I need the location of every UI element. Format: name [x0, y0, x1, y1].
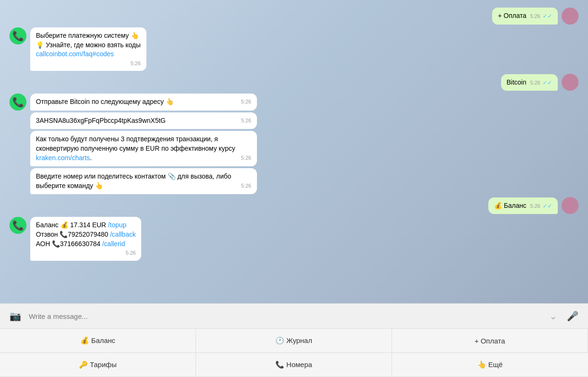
- user-avatar: [562, 8, 579, 25]
- message-time: 5:26: [241, 154, 251, 162]
- user-avatar: [562, 74, 579, 91]
- message-text: Выберите платежную систему 👆: [36, 31, 141, 41]
- balance-line3: АОН 📞37166630784 /callerid: [36, 240, 136, 249]
- bot-avatar: 📞: [9, 27, 26, 44]
- bubble-incoming: Баланс 💰 17.314 EUR /topup Отзвон 📞79252…: [30, 217, 141, 260]
- input-bar: 📷 ⌄ 🎤: [0, 303, 588, 328]
- numbers-btn-label: 📞 Номера: [275, 360, 312, 368]
- payment-keyboard-btn[interactable]: + Оплата: [392, 329, 588, 353]
- callback-link[interactable]: /callback: [110, 231, 136, 238]
- message-row: 💰 Баланс 5:26 ✓✓: [9, 197, 579, 214]
- bubble-incoming: Отправьте Bitcoin по следующему адресу 👆…: [30, 94, 257, 111]
- message-time: 5:26: [126, 249, 136, 257]
- tariffs-btn-label: 🔑 Тарифы: [79, 360, 117, 368]
- message-text: Как только будут получены 3 подтверждени…: [36, 135, 235, 152]
- message-time: 5:26: [241, 182, 251, 189]
- tariffs-keyboard-btn[interactable]: 🔑 Тарифы: [0, 353, 196, 377]
- message-input[interactable]: [29, 312, 542, 320]
- message-text: + Оплата: [498, 12, 526, 19]
- message-text: Отправьте Bitcoin по следующему адресу 👆: [36, 98, 174, 105]
- journal-btn-label: 🕐 Журнал: [275, 336, 312, 344]
- message-time: 5:26 ✓✓: [530, 202, 552, 210]
- message-text: Отзвон 📞79252079480: [36, 231, 110, 238]
- message-text: Баланс 💰 17.314 EUR: [36, 221, 108, 229]
- read-check-icon: ✓✓: [543, 13, 552, 19]
- message-link[interactable]: kraken.com/charts: [36, 154, 90, 162]
- camera-button[interactable]: 📷: [8, 308, 23, 324]
- message-text: Введите номер или поделитесь контактом 📎…: [36, 172, 231, 189]
- bubble-outgoing: + Оплата 5:26 ✓✓: [492, 8, 558, 25]
- journal-keyboard-btn[interactable]: 🕐 Журнал: [196, 329, 392, 353]
- incoming-bubble-group: Отправьте Bitcoin по следующему адресу 👆…: [30, 94, 257, 194]
- message-text: Bitcoin: [507, 78, 527, 86]
- balance-line1: Баланс 💰 17.314 EUR /topup: [36, 221, 136, 230]
- message-text: 💰 Баланс: [494, 202, 527, 209]
- message-time: 5:26: [241, 98, 251, 105]
- message-link[interactable]: callcoinbot.com/faq#codes: [36, 50, 141, 59]
- bubble-incoming: 3AHSNA8u36xgFpFqPbccp4tpKas9wnX5tG 5:26: [30, 112, 257, 129]
- callerid-link[interactable]: /callerid: [102, 240, 125, 248]
- bubble-incoming: Введите номер или поделитесь контактом 📎…: [30, 168, 257, 194]
- keyboard-grid: 💰 Баланс 🕐 Журнал + Оплата 🔑 Тарифы 📞 Но…: [0, 328, 588, 377]
- more-btn-label: 👆 Ещё: [477, 360, 503, 368]
- bubble-outgoing: 💰 Баланс 5:26 ✓✓: [488, 197, 558, 214]
- bot-avatar: 📞: [9, 94, 26, 111]
- bot-avatar: 📞: [9, 217, 26, 234]
- chat-area: + Оплата 5:26 ✓✓ 📞 Выберите платежную си…: [0, 0, 588, 303]
- message-time: 5:26 ✓✓: [530, 79, 552, 87]
- message-text: .: [90, 154, 92, 162]
- message-time: 5:26 ✓✓: [530, 12, 552, 20]
- bubble-incoming: Выберите платежную систему 👆 💡 Узнайте, …: [30, 27, 146, 71]
- message-text: АОН 📞37166630784: [36, 240, 102, 248]
- read-check-icon: ✓✓: [543, 79, 552, 86]
- message-row: 📞 Выберите платежную систему 👆 💡 Узнайте…: [9, 27, 579, 71]
- message-row: Bitcoin 5:26 ✓✓: [9, 74, 579, 91]
- message-row: 📞 Отправьте Bitcoin по следующему адресу…: [9, 94, 579, 194]
- message-row: 📞 Баланс 💰 17.314 EUR /topup Отзвон 📞792…: [9, 217, 579, 260]
- message-time: 5:26: [130, 60, 140, 67]
- more-keyboard-btn[interactable]: 👆 Ещё: [392, 353, 588, 377]
- microphone-button[interactable]: 🎤: [565, 308, 580, 324]
- balance-line2: Отзвон 📞79252079480 /callback: [36, 230, 136, 240]
- message-time: 5:26: [241, 117, 251, 124]
- balance-btn-label: 💰 Баланс: [80, 336, 115, 344]
- balance-keyboard-btn[interactable]: 💰 Баланс: [0, 329, 196, 353]
- payment-btn-label: + Оплата: [475, 337, 505, 345]
- bubble-outgoing: Bitcoin 5:26 ✓✓: [501, 74, 558, 91]
- chevron-down-button[interactable]: ⌄: [547, 308, 559, 324]
- bubble-incoming: Как только будут получены 3 подтверждени…: [30, 131, 257, 166]
- topup-link[interactable]: /topup: [108, 221, 127, 229]
- user-avatar: [562, 197, 579, 214]
- message-text: 3AHSNA8u36xgFpFqPbccp4tpKas9wnX5tG: [36, 117, 166, 124]
- numbers-keyboard-btn[interactable]: 📞 Номера: [196, 353, 392, 377]
- read-check-icon: ✓✓: [543, 203, 552, 209]
- message-row: + Оплата 5:26 ✓✓: [9, 8, 579, 25]
- message-text: 💡 Узнайте, где можно взять коды: [36, 41, 141, 50]
